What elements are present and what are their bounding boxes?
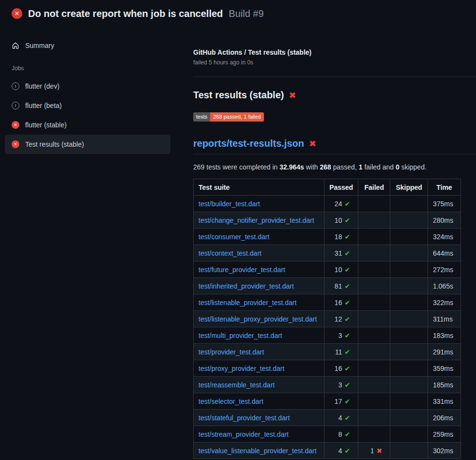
section-title: Test results (stable) ✖ <box>193 90 476 101</box>
tests-badge: tests 268 passed, 1 failed <box>193 112 264 122</box>
check-icon: ✔ <box>344 332 350 339</box>
check-icon: ✔ <box>344 200 350 208</box>
x-circle-icon: ✕ <box>12 8 22 19</box>
summary-text: 269 tests were completed in <box>193 163 279 171</box>
suite-link[interactable]: test/context_test.dart <box>199 249 261 257</box>
summary-failed-count: 1 <box>359 163 363 171</box>
badge-value: 268 passed, 1 failed <box>210 112 263 122</box>
suite-link[interactable]: test/stream_provider_test.dart <box>199 430 289 438</box>
passed-value: 16 <box>335 299 342 307</box>
passed-value: 10 <box>335 266 342 274</box>
col-header-time: Time <box>428 179 461 196</box>
suite-link[interactable]: test/listenable_proxy_provider_test.dart <box>199 315 317 323</box>
check-icon: ✔ <box>344 249 350 257</box>
time-value: 183ms <box>433 332 453 339</box>
job-label: Test results (stable) <box>25 140 84 148</box>
check-icon: ✔ <box>344 430 350 438</box>
suite-link[interactable]: test/selector_test.dart <box>199 398 263 405</box>
table-row: test/stateful_provider_test.dart 4✔ 206m… <box>194 410 461 426</box>
passed-value: 18 <box>335 233 342 241</box>
table-row: test/value_listenable_provider_test.dart… <box>194 443 461 459</box>
jobs-list: ! flutter (dev) ! flutter (beta) ✕ flutt… <box>5 77 170 154</box>
time-value: 185ms <box>433 381 453 389</box>
check-icon: ✔ <box>344 299 350 307</box>
sidebar-job-item[interactable]: ! flutter (dev) <box>5 77 170 96</box>
summary-text: passed, <box>331 163 359 171</box>
summary-passed-count: 268 <box>320 163 331 171</box>
build-title: Do not create report when job is cancell… <box>28 8 223 19</box>
table-row: test/proxy_provider_test.dart 16✔ 359ms <box>194 360 461 377</box>
col-header-failed: Failed <box>358 179 390 196</box>
check-icon: ✔ <box>344 365 350 372</box>
time-value: 291ms <box>433 348 453 356</box>
suite-link[interactable]: test/multi_provider_test.dart <box>199 332 282 339</box>
table-row: test/multi_provider_test.dart 3✔ 183ms <box>194 327 461 344</box>
jobs-section-label: Jobs <box>5 55 170 77</box>
time-value: 311ms <box>433 315 453 323</box>
col-header-skipped: Skipped <box>390 179 428 196</box>
summary-text: failed and <box>363 163 396 171</box>
table-row: test/context_test.dart 31✔ 644ms <box>194 245 461 261</box>
suite-link[interactable]: test/value_listenable_provider_test.dart <box>199 447 317 455</box>
suite-link[interactable]: test/consumer_test.dart <box>199 233 269 241</box>
table-row: test/consumer_test.dart 18✔ 324ms <box>194 229 461 245</box>
passed-value: 17 <box>335 398 342 405</box>
x-glyph: ✕ <box>15 11 19 16</box>
suite-link[interactable]: test/listenable_provider_test.dart <box>199 299 296 307</box>
report-heading: reports/test-results.json ✖ <box>193 138 476 154</box>
time-value: 259ms <box>433 430 453 438</box>
suite-link[interactable]: test/inherited_provider_test.dart <box>199 282 294 290</box>
sidebar-job-item[interactable]: ! flutter (beta) <box>5 96 170 115</box>
time-value: 324ms <box>433 233 453 241</box>
badge-label: tests <box>193 112 210 122</box>
check-icon: ✔ <box>344 282 350 290</box>
table-row: test/change_notifier_provider_test.dart … <box>194 212 461 229</box>
suite-link[interactable]: test/change_notifier_provider_test.dart <box>199 216 314 224</box>
passed-value: 3 <box>338 381 342 389</box>
status-line: failed 5 hours ago in 0s <box>193 59 476 66</box>
check-icon: ✔ <box>344 266 350 274</box>
job-label: flutter (dev) <box>25 82 60 90</box>
suite-link[interactable]: test/stateful_provider_test.dart <box>199 414 290 422</box>
sidebar-summary-label: Summary <box>25 42 54 49</box>
x-icon: ✖ <box>377 447 383 455</box>
suite-link[interactable]: test/future_provider_test.dart <box>199 266 285 274</box>
home-icon <box>12 42 19 49</box>
table-header-row: Test suite Passed Failed Skipped Time <box>194 179 461 196</box>
red-x-icon: ✖ <box>289 91 296 100</box>
results-table: Test suite Passed Failed Skipped Time te… <box>193 179 461 459</box>
table-row: test/listenable_proxy_provider_test.dart… <box>194 311 461 327</box>
passed-value: 3 <box>338 332 342 339</box>
sidebar-job-item[interactable]: ✕ flutter (stable) <box>5 115 170 135</box>
summary-skipped-count: 0 <box>396 163 399 171</box>
suite-link[interactable]: test/builder_test.dart <box>199 200 260 208</box>
passed-value: 24 <box>335 200 342 208</box>
suite-link[interactable]: test/provider_test.dart <box>199 348 264 356</box>
time-value: 206ms <box>433 414 453 422</box>
breadcrumb: GitHub Actions / Test results (stable) <box>193 48 476 56</box>
check-icon: ✔ <box>344 447 350 455</box>
sidebar-job-item[interactable]: ✕ Test results (stable) <box>5 135 170 154</box>
summary-text: skipped. <box>399 163 427 171</box>
passed-value: 10 <box>335 216 342 224</box>
sidebar-item-summary[interactable]: Summary <box>5 36 170 55</box>
check-icon: ✔ <box>344 348 350 356</box>
job-label: flutter (stable) <box>25 121 67 129</box>
failed-value: 1 <box>370 447 374 455</box>
time-value: 359ms <box>433 365 453 372</box>
passed-value: 4 <box>338 414 342 422</box>
neutral-circle-icon: ! <box>12 82 19 90</box>
check-icon: ✔ <box>344 233 350 241</box>
table-row: test/future_provider_test.dart 10✔ 272ms <box>194 261 461 278</box>
suite-link[interactable]: test/proxy_provider_test.dart <box>199 365 284 372</box>
table-row: test/reassemble_test.dart 3✔ 185ms <box>194 377 461 393</box>
table-row: test/inherited_provider_test.dart 81✔ 1.… <box>194 278 461 294</box>
time-value: 272ms <box>433 266 453 274</box>
check-icon: ✔ <box>344 315 350 323</box>
divider <box>193 77 476 77</box>
passed-value: 81 <box>335 282 342 290</box>
x-circle-icon: ✕ <box>12 121 19 129</box>
suite-link[interactable]: test/reassemble_test.dart <box>199 381 275 389</box>
time-value: 280ms <box>433 216 453 224</box>
report-file-link[interactable]: reports/test-results.json <box>193 138 304 149</box>
